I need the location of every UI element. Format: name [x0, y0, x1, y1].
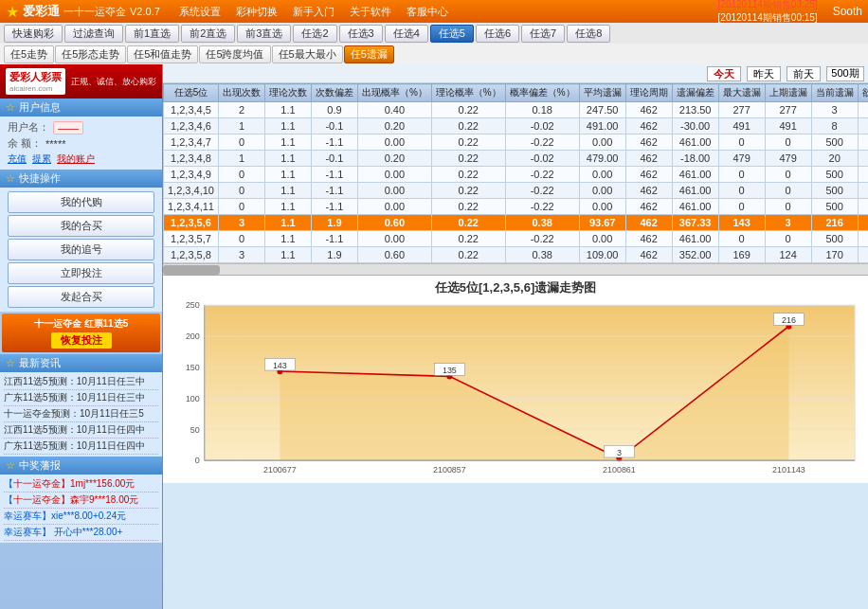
table-row[interactable]: 1,2,3,5,631.11.90.600.220.3893.67462367.…	[164, 215, 869, 231]
table-cell: 0.00	[858, 183, 868, 199]
table-cell: 0.00	[357, 134, 431, 151]
menu-switch[interactable]: 彩种切换	[236, 5, 278, 19]
menu-guide[interactable]: 新手入门	[293, 5, 335, 19]
news-item-0[interactable]: 江西11选5预测：10月11日任三中	[4, 374, 158, 390]
tab-quick-buy[interactable]: 快速购彩	[4, 25, 63, 43]
table-cell: -1.1	[311, 231, 357, 247]
tab2-span[interactable]: 任5跨度均值	[199, 45, 270, 63]
table-row[interactable]: 1,2,3,4,1101.1-1.10.000.22-0.220.0046246…	[164, 199, 869, 215]
news-item-3[interactable]: 江西11选5预测：10月11日任四中	[4, 422, 158, 439]
tab-front3[interactable]: 前3直选	[237, 25, 291, 43]
prize-item-1[interactable]: 【十一运夺金】森宇9***18.00元	[4, 493, 158, 509]
tab2-miss[interactable]: 任5遗漏	[344, 45, 394, 63]
table-cell: 143	[718, 215, 765, 231]
news-item-4[interactable]: 广东11选5预测：10月11日任四中	[4, 439, 158, 455]
balance-label: 余 额：	[8, 136, 42, 151]
table-cell: 0.02	[858, 118, 868, 134]
table-cell: 491	[718, 118, 765, 134]
table-cell: 1,2,3,5,8	[164, 247, 219, 263]
table-cell: 0.22	[431, 118, 505, 134]
table-cell: 0.00	[579, 199, 625, 215]
prize-item-2[interactable]: 幸运赛车】xie***8.00+0.24元	[4, 509, 158, 525]
table-cell: 462	[625, 102, 672, 118]
tab-any6[interactable]: 任选6	[476, 25, 519, 43]
prize-item-0[interactable]: 【十一运夺金】1mj***156.00元	[4, 476, 158, 493]
tab-any7[interactable]: 任选7	[521, 25, 565, 43]
table-cell: 352.00	[672, 247, 718, 263]
table-row[interactable]: 1,2,3,5,831.11.90.600.220.38109.00462352…	[164, 247, 869, 263]
resume-btn[interactable]: 恢复投注	[51, 332, 112, 349]
prize-item-3[interactable]: 幸运赛车】 开心中***28.00+	[4, 525, 158, 541]
my-purchase-btn[interactable]: 我的代购	[8, 191, 154, 213]
table-cell: 277	[718, 102, 765, 118]
tab-any2[interactable]: 任选2	[293, 25, 336, 43]
promo-banner[interactable]: 十一运夺金 红票11选5 恢复投注	[2, 313, 160, 352]
table-row[interactable]: 1,2,3,4,811.1-0.10.200.22-0.02479.00462-…	[164, 151, 869, 167]
tab2-shape-trend[interactable]: 任5形态走势	[55, 45, 126, 63]
col-header-ratio: 欲出比率（%）	[858, 84, 868, 102]
menu-about[interactable]: 关于软件	[350, 5, 391, 19]
tab2-maxmin[interactable]: 任5最大最小	[272, 45, 343, 63]
withdraw-link[interactable]: 提累	[32, 152, 51, 166]
table-row[interactable]: 1,2,3,4,901.1-1.10.000.22-0.220.00462461…	[164, 167, 869, 183]
table-row[interactable]: 1,2,3,4,521.10.90.400.220.18247.50462213…	[164, 102, 869, 118]
table-cell: 0.40	[357, 102, 431, 118]
table-row[interactable]: 1,2,3,5,701.1-1.10.000.22-0.220.00462461…	[164, 231, 869, 247]
table-row[interactable]: 1,2,3,4,701.1-1.10.000.22-0.220.00462461…	[164, 134, 869, 151]
menu-support[interactable]: 客服中心	[407, 5, 448, 19]
col-header-theory-pct: 理论概率（%）	[431, 84, 505, 102]
tab-front1[interactable]: 前1直选	[125, 25, 179, 43]
start-pool-btn[interactable]: 发起合买	[8, 286, 154, 308]
date-row: 今天 昨天 前天	[163, 64, 868, 83]
table-cell: 247.50	[579, 102, 625, 118]
col-header-pct-diff: 概率偏差（%）	[505, 84, 579, 102]
svg-text:0: 0	[195, 456, 200, 465]
tab-any5[interactable]: 任选5	[430, 25, 474, 43]
table-cell: 0	[718, 134, 765, 151]
table-cell: 0	[718, 167, 765, 183]
table-cell: 0	[218, 183, 264, 199]
my-pool-btn[interactable]: 我的合买	[8, 215, 154, 237]
today-btn[interactable]: 今天	[707, 66, 741, 81]
table-cell: 0.20	[357, 118, 431, 134]
table-cell: 1.1	[264, 199, 311, 215]
period-input[interactable]	[826, 66, 864, 81]
svg-text:150: 150	[186, 363, 200, 372]
table-cell: 0.9	[311, 102, 357, 118]
table-cell: 109.00	[579, 247, 625, 263]
table-cell: 0.22	[431, 151, 505, 167]
data-table-container[interactable]: 任选5位 出现次数 理论次数 次数偏差 出现概率（%） 理论概率（%） 概率偏差…	[163, 83, 868, 263]
nav-tabs-row2: 任5走势 任5形态走势 任5和值走势 任5跨度均值 任5最大最小 任5遗漏	[0, 44, 868, 64]
news-item-2[interactable]: 十一运夺金预测：10月11日任三5	[4, 406, 158, 422]
svg-text:50: 50	[190, 424, 200, 434]
scrollbar-thumb[interactable]	[163, 265, 220, 275]
tab-front2[interactable]: 前2直选	[181, 25, 235, 43]
my-chase-btn[interactable]: 我的追号	[8, 239, 154, 260]
tab2-sum-trend[interactable]: 任5和值走势	[127, 45, 198, 63]
table-row[interactable]: 1,2,3,4,611.1-0.10.200.22-0.02491.00462-…	[164, 118, 869, 134]
chart-title: 任选5位[1,2,3,5,6]遗漏走势图	[167, 279, 864, 296]
menu-system[interactable]: 系统设置	[179, 5, 221, 19]
h-scrollbar[interactable]	[163, 263, 868, 275]
tab-any8[interactable]: 任选8	[567, 25, 610, 43]
tab-filter[interactable]: 过滤查询	[64, 25, 123, 43]
news-item-1[interactable]: 广东11选5预测：10月11日任三中	[4, 390, 158, 406]
col-header-theory-period: 理论周期	[625, 84, 672, 102]
table-cell: -0.22	[505, 167, 579, 183]
tab-any4[interactable]: 任选4	[385, 25, 428, 43]
table-cell: 462	[625, 134, 672, 151]
tab-any3[interactable]: 任选3	[339, 25, 383, 43]
recharge-link[interactable]: 充值	[8, 152, 27, 166]
table-row[interactable]: 1,2,3,4,1001.1-1.10.000.22-0.220.0046246…	[164, 183, 869, 199]
bet-now-btn[interactable]: 立即投注	[8, 262, 154, 284]
day-before-btn[interactable]: 前天	[787, 66, 821, 81]
yesterday-btn[interactable]: 昨天	[747, 66, 781, 81]
table-cell: 0.22	[431, 167, 505, 183]
table-cell: 3	[218, 247, 264, 263]
table-cell: -30.00	[672, 118, 718, 134]
star-icon: ☆	[6, 101, 15, 114]
table-cell: 1	[218, 118, 264, 134]
my-account-link[interactable]: 我的账户	[57, 152, 95, 166]
table-cell: 0.00	[858, 134, 868, 151]
tab2-trend[interactable]: 任5走势	[4, 45, 54, 63]
